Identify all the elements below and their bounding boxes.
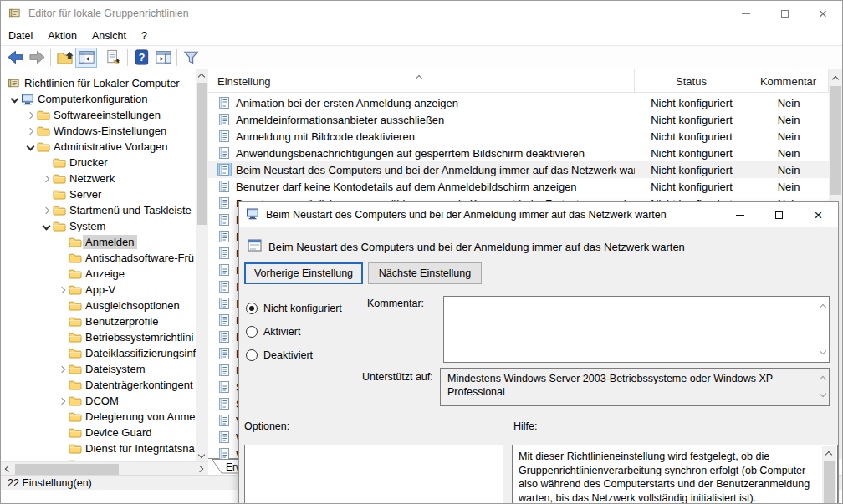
radio-option-deaktiviert[interactable]: Deaktiviert xyxy=(246,349,313,362)
radio-option-nicht-konfiguriert[interactable]: Nicht konfiguriert xyxy=(246,302,342,315)
export-list-icon[interactable] xyxy=(103,48,125,68)
forward-icon[interactable] xyxy=(26,48,48,68)
scroll-up-arrow[interactable] xyxy=(830,72,841,84)
folder-icon xyxy=(53,205,67,216)
list-row[interactable]: Animation bei der ersten Anmeldung anzei… xyxy=(208,94,829,111)
scroll-down-arrow[interactable] xyxy=(820,389,825,402)
column-header-status[interactable]: Status xyxy=(635,69,748,92)
comment-textarea[interactable] xyxy=(443,296,830,363)
chevron-down-icon[interactable] xyxy=(39,223,53,229)
dialog-heading-text: Beim Neustart des Computers und bei der … xyxy=(268,241,685,253)
chevron-right-icon[interactable] xyxy=(55,367,69,372)
menu-item-?[interactable]: ? xyxy=(134,28,155,44)
chevron-right-icon[interactable] xyxy=(55,399,69,404)
tree-item-administrative-vorlagen[interactable]: Administrative Vorlagen xyxy=(1,139,196,155)
tree-item-startmenü-und-taskleiste[interactable]: Startmenü und Taskleiste xyxy=(1,202,196,218)
scroll-up-arrow[interactable] xyxy=(820,372,825,385)
previous-setting-button[interactable]: Vorherige Einstellung xyxy=(244,262,363,284)
scroll-up-arrow[interactable] xyxy=(196,69,207,81)
tree-item-antischadsoftware-frü[interactable]: Antischadsoftware-Frü xyxy=(1,250,196,266)
chevron-right-icon[interactable] xyxy=(55,288,69,293)
tree-horizontal-scrollbar[interactable] xyxy=(1,461,208,475)
tree-item-label: App-V xyxy=(83,283,118,297)
policy-setting-icon xyxy=(218,414,231,427)
scrollbar-thumb[interactable] xyxy=(15,464,119,475)
back-icon[interactable] xyxy=(4,48,26,68)
close-button[interactable]: × xyxy=(804,1,842,26)
tree-item-computerkonfiguration[interactable]: Computerkonfiguration xyxy=(1,91,196,107)
list-row[interactable]: Anwendungsbenachrichtigungen auf gesperr… xyxy=(208,145,829,161)
list-row[interactable]: Benutzer darf keine Kontodetails auf dem… xyxy=(208,178,829,195)
tree-item-app-v[interactable]: App-V xyxy=(1,282,196,298)
list-row[interactable]: Beim Neustart des Computers und bei der … xyxy=(208,161,829,178)
tree-item-dcom[interactable]: DCOM xyxy=(1,393,196,409)
chevron-right-icon[interactable] xyxy=(39,176,53,181)
policy-setting-dialog: Beim Neustart des Computers und bei der … xyxy=(238,201,839,504)
setting-comment: Nein xyxy=(748,97,829,109)
tree-item-datenträgerkontingent[interactable]: Datenträgerkontingent xyxy=(1,377,196,393)
dialog-minimize-button[interactable] xyxy=(720,202,759,227)
tree-item-system[interactable]: System xyxy=(1,218,196,234)
tree-item-drucker[interactable]: Drucker xyxy=(1,155,196,171)
radio-unchecked-icon[interactable] xyxy=(246,349,258,361)
next-setting-button[interactable]: Nächste Einstellung xyxy=(368,262,482,284)
chevron-down-icon[interactable] xyxy=(23,144,37,150)
tree-vertical-scrollbar[interactable] xyxy=(196,69,208,461)
tree-item-label: Drucker xyxy=(67,155,110,170)
maximize-button[interactable] xyxy=(765,1,804,26)
dialog-close-button[interactable]: × xyxy=(799,202,838,227)
tree-item-benutzerprofile[interactable]: Benutzerprofile xyxy=(1,313,196,329)
chevron-right-icon[interactable] xyxy=(23,129,37,134)
scroll-left-arrow[interactable] xyxy=(1,463,13,475)
tree-item-label: Ausgleichsoptionen xyxy=(83,298,182,313)
tree-item-softwareeinstellungen[interactable]: Softwareeinstellungen xyxy=(1,107,196,123)
help-scrollbar[interactable] xyxy=(822,446,836,504)
tree-item-device-guard[interactable]: Device Guard xyxy=(1,425,196,440)
dialog-maximize-button[interactable] xyxy=(759,202,799,227)
tree-item-richtlinien-für-lokaler-computer[interactable]: Richtlinien für Lokaler Computer xyxy=(1,75,196,91)
minimize-button[interactable] xyxy=(727,1,765,26)
chevron-down-icon[interactable] xyxy=(8,96,21,102)
chevron-right-icon[interactable] xyxy=(39,208,53,213)
show-console-tree-icon[interactable] xyxy=(75,48,97,68)
scrollbar-thumb[interactable] xyxy=(830,86,841,195)
tree-item-anmelden[interactable]: Anmelden xyxy=(1,234,196,250)
policy-setting-icon xyxy=(218,280,231,293)
tree-item-dateiklassifizierungsinf[interactable]: Dateiklassifizierungsinf xyxy=(1,345,196,361)
tree-item-ausgleichsoptionen[interactable]: Ausgleichsoptionen xyxy=(1,298,196,313)
scroll-down-arrow[interactable] xyxy=(820,346,825,359)
tree-item-delegierung-von-anme[interactable]: Delegierung von Anme xyxy=(1,409,196,425)
show-action-pane-icon[interactable] xyxy=(152,48,174,68)
tree-item-betriebssystemrichtlini[interactable]: Betriebssystemrichtlini xyxy=(1,329,196,345)
column-header-kommentar[interactable]: Kommentar xyxy=(748,69,829,92)
scroll-right-arrow[interactable] xyxy=(195,463,207,475)
scroll-up-arrow[interactable] xyxy=(823,447,835,459)
up-one-level-icon[interactable] xyxy=(54,48,75,68)
scrollbar-thumb[interactable] xyxy=(824,461,835,504)
list-row[interactable]: Anmeldung mit Bildcode deaktivierenNicht… xyxy=(208,128,829,145)
tree-item-dienst-für-integritätsna[interactable]: Dienst für Integritätsna xyxy=(1,440,196,456)
tree-item-windows-einstellungen[interactable]: Windows-Einstellungen xyxy=(1,123,196,139)
tree-item-server[interactable]: Server xyxy=(1,186,196,202)
list-row[interactable]: Anmeldeinformationsanbieter ausschließen… xyxy=(208,111,829,128)
radio-label: Deaktiviert xyxy=(263,349,313,361)
radio-option-aktiviert[interactable]: Aktiviert xyxy=(246,325,300,339)
close-icon: × xyxy=(819,7,827,21)
tree-item-netzwerk[interactable]: Netzwerk xyxy=(1,171,196,186)
scroll-icon xyxy=(8,77,22,89)
chevron-right-icon[interactable] xyxy=(23,113,37,118)
radio-unchecked-icon[interactable] xyxy=(246,326,258,338)
help-icon[interactable]: ? xyxy=(130,48,152,68)
filter-icon[interactable] xyxy=(180,48,202,68)
minimize-icon xyxy=(736,215,744,216)
radio-checked-icon[interactable] xyxy=(246,303,258,314)
scrollbar-thumb[interactable] xyxy=(197,83,207,225)
menu-item-datei[interactable]: Datei xyxy=(1,28,40,44)
scroll-up-arrow[interactable] xyxy=(820,300,825,313)
scroll-down-arrow[interactable] xyxy=(196,450,207,461)
menu-item-aktion[interactable]: Aktion xyxy=(40,28,84,44)
tree-item-dateisystem[interactable]: Dateisystem xyxy=(1,361,196,377)
setting-status: Nicht konfiguriert xyxy=(635,130,748,143)
tree-item-anzeige[interactable]: Anzeige xyxy=(1,266,196,282)
menu-item-ansicht[interactable]: Ansicht xyxy=(84,28,134,44)
